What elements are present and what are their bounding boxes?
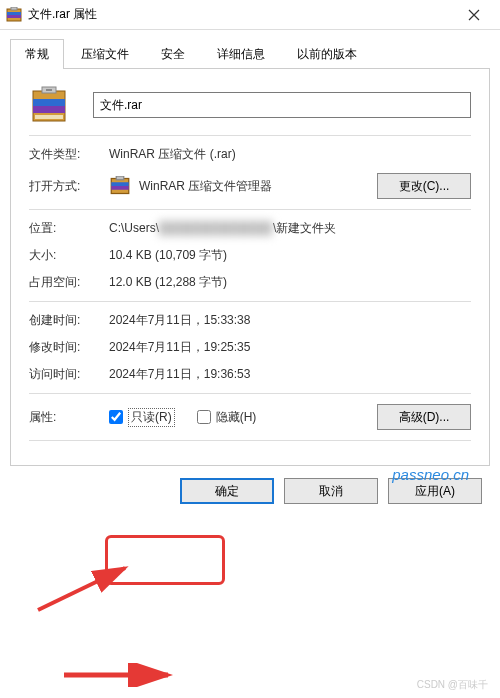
svg-rect-2 (7, 15, 21, 18)
tab-previous[interactable]: 以前的版本 (282, 39, 372, 69)
attributes-label: 属性: (29, 409, 109, 426)
rar-file-icon (6, 7, 22, 23)
hidden-checkbox-label: 隐藏(H) (216, 409, 257, 426)
accessed-label: 访问时间: (29, 366, 109, 383)
hidden-checkbox-input[interactable] (197, 410, 211, 424)
window-title: 文件.rar 属性 (28, 6, 454, 23)
tab-general[interactable]: 常规 (10, 39, 64, 69)
modified-value: 2024年7月11日，19:25:35 (109, 339, 471, 356)
openwith-label: 打开方式: (29, 178, 109, 195)
advanced-button[interactable]: 高级(D)... (377, 404, 471, 430)
separator (29, 440, 471, 441)
filetype-label: 文件类型: (29, 146, 109, 163)
location-suffix: \新建文件夹 (273, 221, 336, 235)
separator (29, 301, 471, 302)
separator (29, 209, 471, 210)
svg-rect-11 (111, 182, 129, 186)
svg-rect-6 (33, 106, 65, 113)
change-button[interactable]: 更改(C)... (377, 173, 471, 199)
svg-rect-12 (111, 186, 129, 190)
location-hidden: ████████████ (159, 221, 273, 235)
accessed-value: 2024年7月11日，19:36:53 (109, 366, 471, 383)
csdn-watermark: CSDN @百味千 (417, 678, 488, 692)
svg-rect-8 (46, 89, 52, 91)
openwith-app-icon (109, 175, 131, 197)
separator (29, 135, 471, 136)
filename-input[interactable] (93, 92, 471, 118)
location-value: C:\Users\████████████\新建文件夹 (109, 220, 471, 237)
sizeondisk-value: 12.0 KB (12,288 字节) (109, 274, 471, 291)
readonly-checkbox-input[interactable] (109, 410, 123, 424)
filetype-value: WinRAR 压缩文件 (.rar) (109, 146, 471, 163)
close-button[interactable] (454, 0, 494, 29)
sizeondisk-label: 占用空间: (29, 274, 109, 291)
svg-rect-1 (7, 12, 21, 15)
annotation-highlight-readonly (105, 535, 225, 585)
modified-label: 修改时间: (29, 339, 109, 356)
tab-security[interactable]: 安全 (146, 39, 200, 69)
tab-strip: 常规 压缩文件 安全 详细信息 以前的版本 (10, 38, 490, 69)
svg-rect-9 (35, 115, 63, 119)
close-icon (468, 9, 480, 21)
cancel-button[interactable]: 取消 (284, 478, 378, 504)
created-label: 创建时间: (29, 312, 109, 329)
tab-panel-general: 文件类型: WinRAR 压缩文件 (.rar) 打开方式: WinRAR 压缩… (10, 69, 490, 466)
size-value: 10.4 KB (10,709 字节) (109, 247, 471, 264)
openwith-value: WinRAR 压缩文件管理器 (139, 178, 272, 195)
size-label: 大小: (29, 247, 109, 264)
svg-rect-13 (116, 176, 124, 180)
separator (29, 393, 471, 394)
created-value: 2024年7月11日，15:33:38 (109, 312, 471, 329)
readonly-checkbox-label: 只读(R) (128, 408, 175, 427)
file-type-icon (29, 85, 69, 125)
annotation-arrow-ok (60, 663, 180, 687)
watermark-text: passneo.cn (392, 466, 469, 483)
svg-rect-5 (33, 99, 65, 106)
svg-rect-3 (11, 7, 17, 10)
location-prefix: C:\Users\ (109, 221, 159, 235)
readonly-checkbox[interactable]: 只读(R) (109, 408, 175, 427)
location-label: 位置: (29, 220, 109, 237)
tab-archive[interactable]: 压缩文件 (66, 39, 144, 69)
tab-details[interactable]: 详细信息 (202, 39, 280, 69)
hidden-checkbox[interactable]: 隐藏(H) (197, 409, 257, 426)
ok-button[interactable]: 确定 (180, 478, 274, 504)
